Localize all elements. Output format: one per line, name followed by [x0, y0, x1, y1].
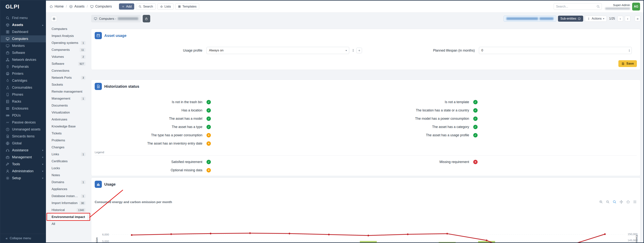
sidebar-section-setup[interactable]: Setup▾ — [0, 175, 46, 182]
sidebar-item-enclosures[interactable]: Enclosures — [0, 105, 46, 112]
tab-management[interactable]: Management1 — [51, 95, 87, 102]
dots-vertical-icon[interactable] — [352, 49, 355, 52]
tab-network-ports[interactable]: Network Ports3 — [51, 74, 87, 81]
svg-text:Carbon emission: Carbon emission — [95, 237, 98, 242]
add-button[interactable]: Add — [119, 4, 134, 10]
sidebar-item-simcards-items[interactable]: Simcards items — [0, 133, 46, 140]
breadcrumb-assets[interactable]: Assets — [69, 4, 84, 8]
sidebar-item-dashboard[interactable]: Dashboard — [0, 28, 46, 36]
sidebar-item-racks[interactable]: Racks — [0, 98, 46, 105]
next-record-button[interactable]: › — [625, 16, 630, 22]
pan-icon[interactable] — [619, 200, 623, 204]
sidebar-item-peripherals[interactable]: Peripherals — [0, 63, 46, 70]
breadcrumb-home[interactable]: Home — [49, 4, 64, 8]
sidebar-item-computers[interactable]: Computers — [0, 36, 46, 42]
lists-button[interactable]: Lists — [158, 4, 174, 10]
selection-zoom-icon[interactable] — [612, 200, 616, 204]
sidebar-item-unmanaged-assets[interactable]: Unmanaged assets — [0, 126, 46, 133]
sidebar-section-administration[interactable]: Administration▾ — [0, 168, 46, 175]
search-icon — [6, 16, 10, 20]
sub-entities-toggle[interactable]: Sub-entities — [558, 16, 584, 22]
enclosure-icon — [6, 106, 10, 110]
glpi-logo[interactable]: GLPI — [0, 0, 46, 12]
global-search-input[interactable] — [554, 3, 602, 10]
sidebar-section-assets[interactable]: Assets▴ — [0, 22, 46, 28]
tab-knowledge-base[interactable]: Knowledge Base — [51, 123, 87, 130]
lifespan-input[interactable]: 0 ▴▾ — [479, 47, 632, 54]
tab-virtualization[interactable]: Virtualization — [51, 109, 87, 116]
status-ok-icon: ✓ — [206, 108, 211, 112]
user-block[interactable]: Super-Admin AG — [605, 3, 640, 10]
tab-remote-management[interactable]: Remote management — [51, 88, 87, 95]
tab-badge: 1340 — [76, 208, 86, 212]
reset-zoom-home-icon[interactable] — [626, 200, 630, 204]
add-usage-profile-button[interactable] — [356, 48, 362, 53]
tab-domains[interactable]: Domains1 — [51, 179, 87, 186]
breadcrumb-computers[interactable]: Computers — [90, 4, 112, 8]
expand-panel-button[interactable]: » — [635, 16, 640, 22]
tab-environmental-impact[interactable]: Environmental impact — [51, 214, 87, 220]
zoom-in-icon[interactable] — [599, 200, 603, 204]
tab-historical[interactable]: Historical1340 — [51, 206, 87, 214]
legend-label: Legend — [95, 150, 637, 154]
usage-chart[interactable]: 6,0005,0004,0003,0002,000150,000145,0001… — [95, 230, 638, 242]
zoom-out-icon[interactable] — [606, 200, 610, 204]
tab-components[interactable]: Components11 — [51, 46, 87, 53]
chevron-down-icon: ▾ — [346, 49, 347, 52]
tab-tickets[interactable]: Tickets — [51, 130, 87, 137]
tab-import-information[interactable]: Import Information30 — [51, 200, 87, 206]
avatar[interactable]: AG — [632, 3, 640, 10]
tab-sockets[interactable]: Sockets — [51, 81, 87, 88]
save-button[interactable]: Save — [618, 60, 637, 67]
tab-appliances[interactable]: Appliances — [51, 186, 87, 192]
sidebar-item-network-devices[interactable]: Network devices — [0, 56, 46, 63]
tab-operating-systems[interactable]: Operating systems1 — [51, 39, 87, 46]
sidebar-section-tools[interactable]: Tools▾ — [0, 161, 46, 168]
chart-menu-icon[interactable] — [633, 200, 637, 204]
sidebar-item-monitors[interactable]: Monitors — [0, 42, 46, 49]
tab-links[interactable]: Links1 — [51, 151, 87, 158]
tab-database-instances[interactable]: Database instances1 — [51, 192, 87, 200]
sidebar-item-software[interactable]: Software — [0, 49, 46, 56]
tab-locks[interactable]: Locks — [51, 165, 87, 172]
lock-button[interactable] — [143, 15, 150, 22]
sidebar-item-cartridges[interactable]: Cartridges — [0, 77, 46, 84]
sidebar-item-consumables[interactable]: Consumables — [0, 84, 46, 91]
sidebar-item-pdus[interactable]: PDUs — [0, 112, 46, 119]
collapse-menu-button[interactable]: « Collapse menu — [0, 234, 46, 242]
tab-software[interactable]: Software927 — [51, 60, 87, 67]
object-title-chip[interactable]: Computers - — [91, 15, 141, 22]
sidebar-item-printers[interactable]: Printers — [0, 70, 46, 77]
find-menu[interactable]: Find menu — [0, 14, 46, 22]
tab-volumes[interactable]: Volumes2 — [51, 53, 87, 60]
tab-certificates[interactable]: Certificates — [51, 158, 87, 165]
status-ok-icon: ✓ — [473, 100, 478, 104]
tab-problems[interactable]: Problems — [51, 137, 87, 144]
tab-all[interactable]: All — [51, 220, 87, 228]
tab-changes[interactable]: Changes — [51, 144, 87, 151]
usage-profile-select[interactable]: Always on ▾ — [206, 47, 349, 54]
sidebar-section-management[interactable]: Management▾ — [0, 154, 46, 161]
tab-badge: 2 — [81, 55, 86, 59]
tab-antiviruses[interactable]: Antiviruses — [51, 116, 87, 123]
previous-record-button[interactable]: ‹ — [618, 16, 623, 22]
legend-grid: Satisfied requirement✓Missing requiremen… — [91, 158, 640, 174]
actions-button[interactable]: Actions ▾ — [585, 16, 607, 22]
sidebar-item-passive-devices[interactable]: Passive devices — [0, 119, 46, 126]
tab-impact-analysis[interactable]: Impact Analysis — [51, 32, 87, 39]
tab-notes[interactable]: Notes — [51, 172, 87, 179]
sidebar-item-phones[interactable]: Phones — [0, 91, 46, 98]
templates-button[interactable]: Templates — [175, 4, 199, 10]
tabs-layout-toggle[interactable] — [51, 16, 57, 22]
status-warn-icon: × — [206, 141, 211, 146]
tab-documents[interactable]: Documents — [51, 102, 87, 109]
entity-badge[interactable] — [504, 16, 556, 22]
tab-connections[interactable]: Connections — [51, 67, 87, 74]
sidebar-section-assistance[interactable]: Assistance▾ — [0, 147, 46, 154]
object-tabs-panel: ComputersImpact AnalysisOperating system… — [46, 12, 88, 242]
search-button[interactable]: Search — [136, 4, 156, 10]
number-spinner[interactable]: ▴▾ — [629, 49, 630, 52]
sidebar-item-global[interactable]: Global — [0, 140, 46, 147]
tab-computers[interactable]: Computers — [51, 26, 87, 32]
status-label: Is not in the trash bin — [91, 100, 202, 104]
